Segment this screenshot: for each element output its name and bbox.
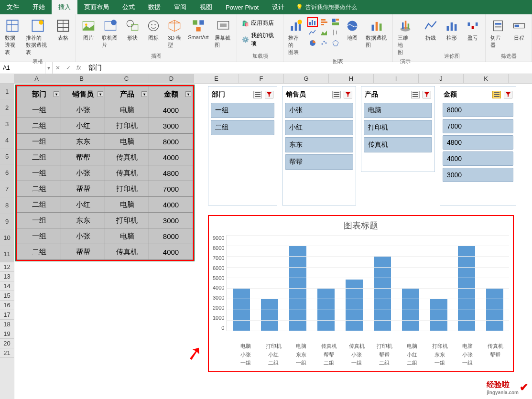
store-button[interactable]: 🛍️应用商店 (240, 17, 280, 29)
row-header[interactable]: 14 (0, 281, 14, 291)
smartart-button[interactable]: SmartArt (186, 17, 210, 41)
table-row[interactable]: 一组小张电脑4000 (17, 102, 193, 118)
table-row[interactable]: 二组帮帮传真机4000 (17, 244, 193, 260)
3d-map-button[interactable]: 三维地 图 (396, 17, 415, 57)
column-header[interactable]: B (59, 74, 104, 83)
chart[interactable]: 图表标题 90008000700060005000400030002000100… (208, 215, 514, 372)
line-chart-button[interactable] (307, 28, 318, 37)
cancel-icon[interactable]: ✕ (55, 65, 60, 71)
row-header[interactable]: 10 (0, 230, 14, 246)
table-header[interactable]: 销售员▾ (61, 86, 105, 102)
icons-button[interactable]: 图标 (144, 17, 163, 43)
my-addins-button[interactable]: ⚙️我的加载项 (240, 30, 280, 50)
row-header[interactable]: 8 (0, 197, 14, 214)
timeline-button[interactable]: 日程 (510, 17, 529, 43)
tab-home[interactable]: 开始 (26, 0, 52, 14)
3d-model-button[interactable]: 3D 模 型 (165, 17, 184, 50)
row-header[interactable]: 20 (0, 339, 14, 348)
table-row[interactable]: 二组小红电脑4000 (17, 197, 193, 213)
multi-select-icon[interactable] (411, 91, 420, 98)
table-header[interactable]: 金额▾ (149, 86, 193, 102)
scatter-chart-button[interactable] (319, 38, 329, 48)
row-header[interactable]: 19 (0, 329, 14, 339)
table-row[interactable]: 一组小张电脑8000 (17, 228, 193, 244)
slicer-item[interactable]: 一组 (211, 103, 274, 118)
slicer-item[interactable]: 打印机 (364, 120, 432, 135)
table-header[interactable]: 部门▾ (17, 86, 61, 102)
row-header[interactable]: 1 (0, 84, 14, 100)
slicer-item[interactable]: 4000 (443, 151, 513, 166)
chart-bar[interactable] (374, 256, 391, 331)
filter-dropdown[interactable]: ▾ (141, 91, 147, 97)
slicer[interactable]: 部门一组二组 (208, 86, 277, 205)
slicer[interactable]: 销售员小张小红东东帮帮 (282, 86, 356, 205)
row-header[interactable]: 15 (0, 291, 14, 301)
column-header[interactable]: K (464, 74, 509, 83)
clear-filter-icon[interactable] (423, 91, 431, 98)
area-chart-button[interactable] (319, 28, 329, 37)
row-header[interactable]: 17 (0, 310, 14, 320)
tell-me-search[interactable]: 💡 告诉我你想要做什么 (296, 0, 357, 14)
enter-icon[interactable]: ✓ (66, 65, 71, 71)
pie-chart-button[interactable] (307, 38, 318, 48)
tab-file[interactable]: 文件 (0, 0, 26, 14)
column-header[interactable]: J (419, 74, 464, 83)
column-sparkline-button[interactable]: 柱形 (442, 17, 461, 43)
slicer-item[interactable]: 4800 (443, 135, 513, 150)
formula-input[interactable]: 部门 (84, 64, 532, 72)
filter-dropdown[interactable]: ▾ (185, 91, 191, 97)
picture-button[interactable]: 图片 (79, 17, 98, 43)
table-row[interactable]: 二组帮帮传真机4000 (17, 150, 193, 165)
pivot-chart-button[interactable]: 数据透视图 (364, 17, 390, 50)
multi-select-icon[interactable] (492, 91, 501, 98)
tab-insert[interactable]: 插入 (52, 0, 77, 14)
slicer-item[interactable]: 小张 (285, 103, 353, 118)
filter-dropdown[interactable]: ▾ (98, 91, 103, 97)
row-header[interactable]: 7 (0, 181, 14, 197)
tab-data[interactable]: 数据 (141, 0, 167, 14)
row-header[interactable]: 9 (0, 214, 14, 230)
column-header[interactable]: E (194, 74, 239, 83)
stock-chart-button[interactable] (330, 28, 341, 37)
winloss-sparkline-button[interactable]: 盈亏 (463, 17, 482, 43)
tab-powerpivot[interactable]: Power Pivot (219, 0, 265, 14)
row-header[interactable]: 13 (0, 272, 14, 281)
row-header[interactable]: 6 (0, 165, 14, 181)
column-header[interactable]: D (149, 74, 194, 83)
clear-filter-icon[interactable] (344, 91, 352, 98)
row-header[interactable]: 3 (0, 116, 14, 132)
slicer-item[interactable]: 二组 (211, 120, 274, 135)
cell-area[interactable]: 部门▾销售员▾产品▾金额▾ 一组小张电脑4000二组小红打印机3000一组东东电… (14, 84, 532, 399)
column-header[interactable]: C (104, 74, 149, 83)
slicer[interactable]: 金额80007000480040003000 (440, 86, 516, 205)
bar-chart-button[interactable] (319, 17, 329, 27)
table-header[interactable]: 产品▾ (105, 86, 149, 102)
slicer-button[interactable]: 切片器 (489, 17, 508, 50)
chart-bar[interactable] (430, 299, 447, 331)
column-header[interactable]: G (284, 74, 329, 83)
clear-filter-icon[interactable] (504, 91, 512, 98)
multi-select-icon[interactable] (253, 91, 262, 98)
recommended-charts-button[interactable]: 推荐的 图表 (286, 17, 305, 57)
table-row[interactable]: 一组东东打印机3000 (17, 213, 193, 228)
slicer-item[interactable]: 小红 (285, 120, 353, 135)
slicer-item[interactable]: 电脑 (364, 103, 432, 118)
chart-title[interactable]: 图表标题 (213, 220, 509, 231)
line-sparkline-button[interactable]: 折线 (421, 17, 440, 43)
chart-bar[interactable] (346, 280, 363, 331)
column-header[interactable]: I (374, 74, 419, 83)
column-header[interactable]: A (14, 74, 59, 83)
row-header[interactable]: 5 (0, 149, 14, 165)
row-header[interactable]: 11 (0, 246, 14, 262)
treemap-chart-button[interactable] (330, 17, 341, 27)
column-header[interactable]: H (329, 74, 374, 83)
slicer-item[interactable]: 东东 (285, 137, 353, 152)
row-header[interactable]: 12 (0, 262, 14, 272)
chart-bar[interactable] (261, 299, 278, 331)
pivot-table-button[interactable]: 数据 透视表 (3, 17, 22, 57)
row-header[interactable]: 16 (0, 301, 14, 310)
table-row[interactable]: 一组小张传真机4800 (17, 165, 193, 181)
slicer-item[interactable]: 帮帮 (285, 154, 353, 170)
shapes-button[interactable]: 形状 (123, 17, 142, 43)
map-button[interactable]: 地图 (343, 17, 362, 43)
